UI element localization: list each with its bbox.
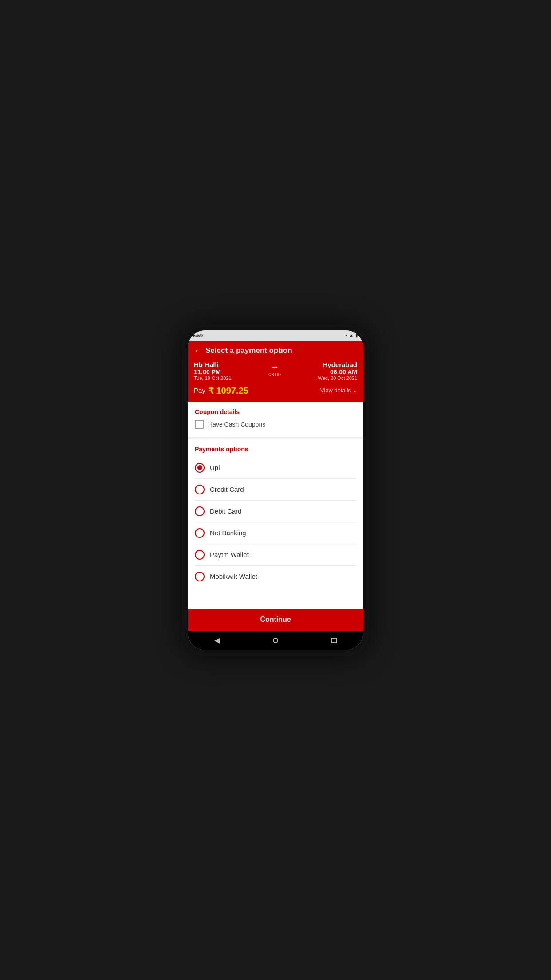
payment-label-credit-card: Credit Card: [210, 486, 244, 493]
coupon-label: Have Cash Coupons: [208, 421, 265, 428]
radio-upi-fill: [197, 465, 202, 470]
main-content: Coupon details Have Cash Coupons Payment…: [188, 402, 363, 609]
dest-time: 06:00 AM: [330, 368, 357, 375]
origin-city: Hb Halli: [194, 361, 232, 368]
radio-paytm-wallet[interactable]: [195, 550, 205, 560]
journey-middle: → 08:00: [268, 361, 281, 377]
payment-label-paytm-wallet: Paytm Wallet: [210, 551, 249, 558]
payment-label-debit-card: Debit Card: [210, 507, 242, 515]
payment-option-mobikwik-wallet[interactable]: Mobikwik Wallet: [195, 566, 356, 587]
payment-option-net-banking[interactable]: Net Banking: [195, 522, 356, 544]
journey-destination: Hyderabad 06:00 AM Wed, 20 Oct 2021: [318, 361, 357, 381]
nav-bar: ◀: [188, 631, 363, 650]
payment-option-debit-card[interactable]: Debit Card: [195, 501, 356, 522]
journey-origin: Hb Halli 11:00 PM Tue, 19 Oct 2021: [194, 361, 232, 381]
pay-amount: ₹ 1097.25: [208, 385, 248, 396]
origin-time: 11:00 PM: [194, 368, 232, 375]
payment-option-credit-card[interactable]: Credit Card: [195, 479, 356, 501]
payment-label-upi: Upi: [210, 464, 220, 471]
header: ← Select a payment option Hb Halli 11:00…: [188, 341, 363, 402]
payment-option-paytm-wallet[interactable]: Paytm Wallet: [195, 544, 356, 566]
status-time: 5:59: [193, 333, 203, 338]
journey-row: Hb Halli 11:00 PM Tue, 19 Oct 2021 → 08:…: [194, 361, 357, 381]
coupon-section: Coupon details Have Cash Coupons: [188, 402, 363, 437]
pay-row: Pay ₹ 1097.25 View details ⌄: [194, 385, 357, 396]
payment-label-net-banking: Net Banking: [210, 529, 246, 537]
coupon-section-title: Coupon details: [195, 408, 356, 415]
radio-mobikwik-wallet[interactable]: [195, 572, 205, 581]
phone-screen: 5:59 ▾ ▲ ▮ ← Select a payment option Hb …: [188, 330, 363, 650]
payment-label-mobikwik-wallet: Mobikwik Wallet: [210, 573, 257, 580]
pay-left: Pay ₹ 1097.25: [194, 385, 248, 396]
view-details-button[interactable]: View details ⌄: [320, 387, 357, 394]
signal-icon: ▲: [349, 333, 354, 338]
continue-button[interactable]: Continue: [188, 609, 363, 631]
dest-city: Hyderabad: [323, 361, 357, 368]
coupon-checkbox[interactable]: [195, 420, 204, 429]
payment-section-title: Payments options: [195, 446, 356, 453]
home-nav-button[interactable]: [273, 638, 278, 643]
view-details-label: View details: [320, 387, 351, 394]
wifi-icon: ▾: [345, 333, 347, 338]
chevron-down-icon: ⌄: [352, 387, 357, 394]
payment-option-upi[interactable]: Upi: [195, 457, 356, 479]
coupon-row[interactable]: Have Cash Coupons: [195, 420, 356, 433]
back-button[interactable]: ←: [194, 346, 202, 356]
page-title: Select a payment option: [205, 346, 292, 355]
status-bar: 5:59 ▾ ▲ ▮: [188, 330, 363, 341]
phone-frame: 5:59 ▾ ▲ ▮ ← Select a payment option Hb …: [182, 325, 369, 656]
radio-debit-card[interactable]: [195, 506, 205, 516]
radio-net-banking[interactable]: [195, 528, 205, 538]
back-nav-button[interactable]: ◀: [214, 636, 220, 644]
journey-arrow-icon: →: [270, 362, 279, 372]
recents-nav-button[interactable]: [331, 638, 337, 643]
radio-upi[interactable]: [195, 463, 205, 473]
journey-duration: 08:00: [268, 372, 281, 377]
header-title-row: ← Select a payment option: [194, 346, 357, 356]
status-icons: ▾ ▲ ▮: [345, 333, 358, 338]
origin-date: Tue, 19 Oct 2021: [194, 375, 232, 381]
dest-date: Wed, 20 Oct 2021: [318, 375, 357, 381]
payment-options-section: Payments options Upi Credit Card Debit: [188, 439, 363, 591]
radio-credit-card[interactable]: [195, 485, 205, 494]
battery-icon: ▮: [355, 333, 358, 338]
pay-label: Pay: [194, 387, 205, 394]
